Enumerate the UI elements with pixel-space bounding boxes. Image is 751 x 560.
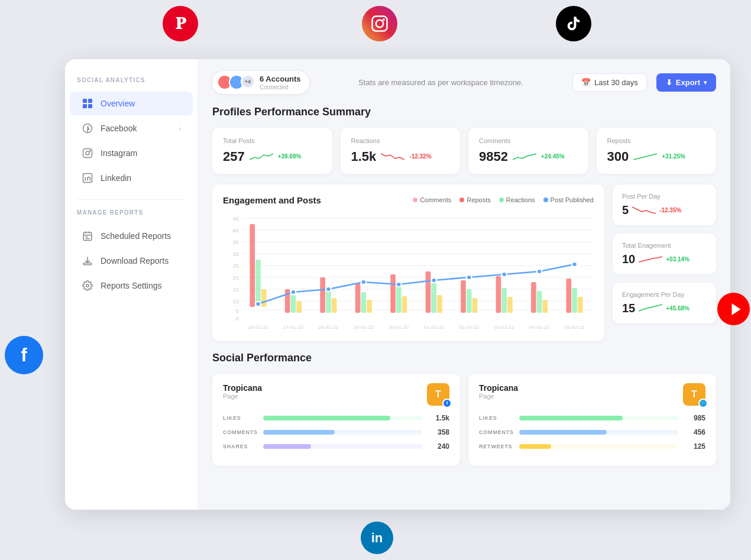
facebook-badge-icon: f <box>442 399 452 408</box>
stat-trend-posts: +39.69% <box>278 153 302 160</box>
svg-text:35: 35 <box>232 239 239 245</box>
side-stat-value-row-epd: 15 +45.68% <box>622 302 707 315</box>
svg-rect-36 <box>255 260 261 307</box>
sparkline-reposts <box>633 151 657 162</box>
date-label: Last 30 days <box>594 78 638 87</box>
sidebar-item-linkedin-label: Linkedin <box>101 173 131 183</box>
svg-rect-56 <box>496 276 501 313</box>
svg-rect-6 <box>83 104 87 108</box>
stat-card-comments: Comments 9852 +24.45% <box>468 128 588 174</box>
perf-logo-text-1: T <box>435 389 441 400</box>
side-stat-post-per-day: Post Per Day 5 -12.35% <box>613 184 716 225</box>
facebook-icon <box>82 122 93 134</box>
svg-rect-62 <box>567 279 572 313</box>
sidebar-item-facebook[interactable]: Facebook › <box>70 116 193 140</box>
svg-point-2 <box>383 18 385 21</box>
stat-trend-comments: +24.45% <box>541 153 565 160</box>
bar-value-comments-1: 358 <box>428 428 449 436</box>
perf-brand-2: Tropicana <box>479 383 518 393</box>
svg-rect-57 <box>501 288 507 313</box>
chevron-down-icon: ▾ <box>704 79 707 86</box>
svg-rect-53 <box>461 280 466 313</box>
svg-text:45: 45 <box>232 216 239 222</box>
sidebar-item-download-reports[interactable]: Download Reports <box>70 249 193 273</box>
svg-text:03-02-22: 03-02-22 <box>494 324 514 330</box>
svg-point-68 <box>361 280 367 284</box>
bar-label-likes-1: LIKES <box>223 415 257 421</box>
stat-value-total-posts: 257 <box>223 149 245 164</box>
stat-trend-reactions: -12.32% <box>409 153 431 160</box>
export-button[interactable]: ⬇ Export ▾ <box>656 73 716 92</box>
side-stats: Post Per Day 5 -12.35% Total Enagement 1… <box>613 184 716 341</box>
sparkline-te <box>639 254 662 264</box>
stat-value-row-reactions: 1.5k -12.32% <box>351 149 450 164</box>
bar-track-likes-1 <box>263 416 422 420</box>
perf-type-1: Page <box>223 393 262 400</box>
svg-text:15: 15 <box>232 287 239 293</box>
stat-value-row-total-posts: 257 +39.69% <box>223 149 322 164</box>
sidebar-item-overview[interactable]: Overview <box>70 92 193 115</box>
svg-text:30-01-22: 30-01-22 <box>389 324 409 330</box>
svg-point-73 <box>537 269 542 274</box>
svg-text:28-01-22: 28-01-22 <box>318 324 339 330</box>
sparkline-comments <box>513 151 536 162</box>
svg-point-67 <box>326 287 331 292</box>
stat-label-reactions: Reactions <box>351 137 450 144</box>
avatar-count: +4 <box>241 75 255 89</box>
svg-text:10: 10 <box>232 299 239 305</box>
bar-value-shares-1: 240 <box>428 442 449 451</box>
side-stat-trend-epd: +45.68% <box>666 305 690 312</box>
date-range-button[interactable]: 📅 Last 30 days <box>572 73 647 92</box>
sidebar-item-scheduled-reports[interactable]: Scheduled Reports <box>70 224 193 248</box>
manage-reports-label: MANAGE REPORTS <box>65 209 198 223</box>
svg-rect-58 <box>507 297 513 313</box>
svg-rect-45 <box>361 292 367 313</box>
download-export-icon: ⬇ <box>666 78 672 87</box>
bar-value-likes-1: 1.5k <box>428 414 449 422</box>
tiktok-icon <box>556 6 591 41</box>
svg-rect-44 <box>355 283 361 313</box>
perf-logo-text-2: T <box>691 389 697 400</box>
stat-card-reposts: Reposts 300 +31.25% <box>597 128 717 174</box>
svg-rect-47 <box>390 274 396 313</box>
svg-rect-39 <box>291 295 296 313</box>
bar-row-shares-1: SHARES 240 <box>223 442 449 451</box>
svg-text:40: 40 <box>232 228 239 234</box>
svg-rect-5 <box>88 99 92 103</box>
twitter-badge-icon: 🐦 <box>698 399 708 408</box>
bar-row-likes-1: LIKES 1.5k <box>223 414 449 422</box>
bar-track-likes-2 <box>519 416 678 420</box>
stat-value-reposts: 300 <box>607 149 629 164</box>
svg-rect-41 <box>320 277 325 313</box>
svg-point-65 <box>255 302 261 306</box>
svg-text:02-02-22: 02-02-22 <box>459 324 480 330</box>
sidebar-item-reports-settings[interactable]: Reports Settings <box>70 274 193 297</box>
sidebar-item-linkedin[interactable]: Linkedin <box>70 166 193 190</box>
header-row: +4 6 Accounts Connected Stats are measur… <box>212 71 716 94</box>
chart-card: Engagement and Posts Comments Reposts Re… <box>212 184 604 341</box>
bar-fill-retweets-2 <box>519 444 551 449</box>
stat-trend-reposts: +31.25% <box>662 153 685 160</box>
side-stat-value-epd: 15 <box>622 302 635 315</box>
bar-track-comments-2 <box>519 430 678 435</box>
chart-header: Engagement and Posts Comments Reposts Re… <box>223 195 594 205</box>
bar-value-likes-2: 985 <box>684 414 705 422</box>
sidebar-item-instagram-label: Instagram <box>101 148 137 158</box>
side-stat-label-epd: Engagement Per Day <box>622 291 707 298</box>
svg-rect-48 <box>396 286 402 313</box>
svg-rect-63 <box>572 288 577 313</box>
instagram-nav-icon <box>82 147 93 159</box>
side-stat-trend-ppd: -12.35% <box>659 207 681 213</box>
svg-rect-55 <box>472 298 478 313</box>
svg-rect-42 <box>326 289 331 313</box>
side-stat-value-ppd: 5 <box>622 203 629 217</box>
chevron-right-icon: › <box>179 125 181 132</box>
bar-value-comments-2: 456 <box>684 428 705 436</box>
bar-label-comments-1: COMMENTS <box>223 429 257 435</box>
svg-point-15 <box>86 284 89 287</box>
sidebar-item-settings-label: Reports Settings <box>101 281 162 290</box>
svg-rect-46 <box>367 300 372 313</box>
sidebar-item-instagram[interactable]: Instagram <box>70 141 193 165</box>
stat-card-total-posts: Total Posts 257 +39.69% <box>212 128 332 174</box>
stat-value-row-reposts: 300 +31.25% <box>607 149 706 164</box>
